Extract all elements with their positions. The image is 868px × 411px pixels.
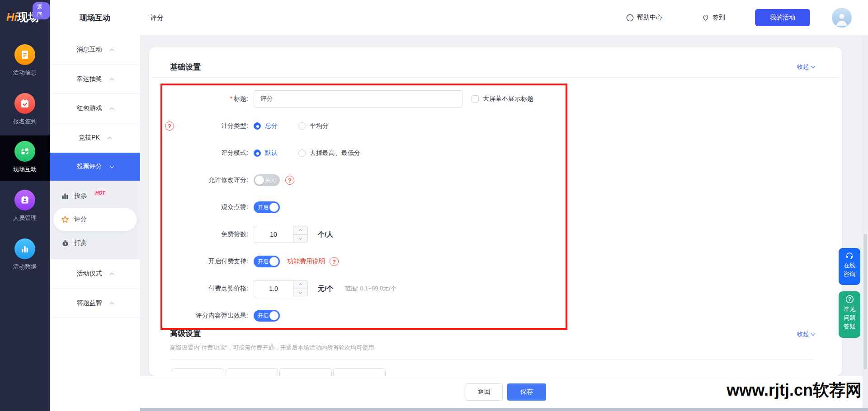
paid-support-toggle[interactable]: 开启 (254, 256, 280, 267)
option-tab[interactable] (333, 368, 386, 376)
info-icon (626, 14, 634, 22)
primary-nav-label: 人员管理 (0, 214, 50, 222)
my-activities-button[interactable]: 我的活动 (755, 9, 810, 26)
nav-group-label: 活动仪式 (77, 270, 102, 278)
help-question-icon[interactable]: ? (285, 176, 294, 185)
fee-description-link[interactable]: 功能费用说明 (287, 257, 325, 266)
radio-total-score[interactable]: 总分 (254, 122, 278, 130)
radio-dot (254, 149, 261, 157)
title-input[interactable] (254, 90, 462, 107)
topbar: 评分 帮助中心 签到 我的活动 (140, 0, 868, 35)
radio-average-score[interactable]: 平均分 (298, 122, 329, 130)
scrollbar-thumb[interactable] (863, 234, 867, 369)
bar-chart-icon (14, 238, 35, 259)
stepper-down-icon[interactable] (293, 235, 307, 243)
form-row-score-type: ? 计分类型: 总分 平均分 (162, 117, 566, 135)
checkin-link[interactable]: 签到 (702, 14, 725, 22)
faq-label: 常见 (844, 305, 855, 313)
question-circle-icon: ? (845, 295, 854, 304)
star-icon (61, 215, 70, 224)
form-row-popup-effect: 评分内容弹出效果: 开启 (162, 307, 566, 325)
nav-group-label: 竞技PK (79, 134, 100, 142)
primary-nav-activity-info[interactable]: 活动信息 (0, 39, 50, 84)
nav-group-ceremony[interactable]: 活动仪式 (50, 259, 140, 289)
toggle-label: 开启 (258, 204, 269, 211)
document-icon (14, 44, 35, 65)
basic-collapse-link[interactable]: 收起 (797, 63, 815, 71)
subnav-score[interactable]: 评分 (53, 208, 137, 231)
nav-group-pk[interactable]: 竞技PK (50, 123, 140, 153)
option-tab[interactable] (226, 368, 278, 376)
hide-title-checkbox[interactable] (472, 95, 479, 103)
advanced-settings-title: 高级设置 (170, 328, 201, 339)
advanced-settings-subtitle: 高级设置内"付费功能"，可按需付费开通，开通后本场活动内所有轮次均可使用 (170, 344, 374, 352)
radio-label: 默认 (265, 149, 278, 157)
advanced-collapse-link[interactable]: 收起 (797, 330, 815, 338)
free-likes-stepper[interactable]: 10 (254, 226, 308, 243)
primary-nav-signup-checkin[interactable]: 报名签到 (0, 88, 50, 133)
popup-effect-toggle[interactable]: 开启 (254, 310, 280, 322)
hide-title-checkbox-label: 大屏幕不展示标题 (483, 95, 533, 103)
radio-trim-mode[interactable]: 去掉最高、最低分 (298, 149, 360, 157)
primary-nav-activity-data[interactable]: 活动数据 (0, 233, 50, 278)
nav-group-lucky-draw[interactable]: 幸运抽奖 (50, 65, 140, 94)
toggle-knob (269, 311, 278, 320)
subnav-label: 打赏 (74, 239, 87, 247)
nav-group-red-packet[interactable]: 红包游戏 (50, 94, 140, 123)
toggle-label: 关闭 (265, 177, 276, 184)
help-question-icon[interactable]: ? (165, 121, 174, 131)
avatar[interactable] (832, 8, 852, 28)
scrollbar[interactable] (863, 35, 868, 408)
online-consult-button[interactable]: 在线 咨询 (839, 248, 860, 285)
headset-icon (845, 252, 854, 260)
nav-group-message-interaction[interactable]: 消息互动 (50, 35, 140, 65)
save-button[interactable]: 保存 (507, 383, 546, 401)
online-consult-label: 咨询 (844, 270, 855, 278)
free-likes-value[interactable]: 10 (254, 226, 293, 243)
free-likes-unit: 个/人 (318, 230, 333, 239)
faq-label: 问题 (844, 314, 855, 322)
audience-like-toggle[interactable]: 开启 (254, 201, 280, 213)
primary-nav-personnel[interactable]: 人员管理 (0, 184, 50, 229)
faq-button[interactable]: ? 常见 问题 答疑 (839, 291, 860, 338)
radio-label: 总分 (265, 122, 278, 130)
toggle-label: 开启 (258, 312, 269, 320)
allow-modify-label: 允许修改评分: (181, 176, 248, 184)
help-center-link[interactable]: 帮助中心 (626, 14, 662, 22)
back-badge[interactable]: 返回 (33, 2, 50, 19)
settings-card: 基础设置 收起 *标题: 大屏幕不展示标题 ? 计分类型: (149, 47, 842, 376)
chevron-up-icon (109, 302, 114, 306)
online-consult-label: 在线 (844, 262, 855, 269)
nav-group-quiz[interactable]: 答题益智 (50, 289, 140, 318)
paid-price-value[interactable]: 1.0 (254, 280, 293, 297)
primary-nav-live-interaction[interactable]: 现场互动 (0, 135, 50, 181)
form-row-score-mode: 评分模式: 默认 去掉最高、最低分 (162, 144, 566, 162)
radio-default-mode[interactable]: 默认 (254, 149, 278, 157)
vote-bars-icon (61, 191, 70, 201)
chevron-down-icon (109, 164, 114, 168)
paid-price-unit: 元/个 (318, 285, 333, 293)
stepper-up-icon[interactable] (293, 280, 307, 289)
back-button[interactable]: 返回 (466, 383, 503, 401)
subnav-vote[interactable]: 投票 HOT (50, 184, 140, 208)
subnav-reward[interactable]: ¥ 打赏 (50, 231, 140, 255)
paid-price-stepper[interactable]: 1.0 (254, 280, 308, 297)
checkin-label: 签到 (712, 14, 725, 22)
stepper-up-icon[interactable] (293, 226, 307, 235)
stepper-down-icon[interactable] (293, 289, 307, 297)
main-content: 基础设置 收起 *标题: 大屏幕不展示标题 ? 计分类型: (140, 35, 868, 376)
option-tab[interactable] (172, 368, 224, 376)
form-row-paid-price: 付费点赞价格: 1.0 元/个 范围: 0.1~99.0元/个 (162, 280, 566, 298)
option-tab[interactable] (279, 368, 332, 376)
primary-nav-label: 报名签到 (0, 117, 50, 126)
radio-label: 平均分 (310, 122, 329, 130)
basic-settings-header: 基础设置 收起 (149, 47, 842, 78)
chevron-up-icon (107, 136, 112, 141)
help-question-icon[interactable]: ? (330, 257, 339, 266)
chevron-up-icon (109, 48, 114, 53)
audience-like-label: 观众点赞: (181, 203, 248, 211)
watermark: www.rjtj.cn软荐网 (726, 379, 862, 402)
allow-modify-toggle[interactable]: 关闭 (254, 174, 280, 186)
nav-group-vote-score[interactable]: 投票评分 (50, 153, 140, 181)
svg-text:?: ? (848, 297, 851, 302)
